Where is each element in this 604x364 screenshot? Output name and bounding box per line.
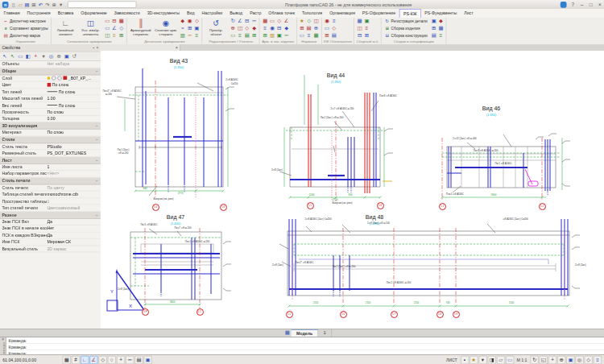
tool-icon[interactable]: ▣ — [193, 26, 200, 32]
ribbon-tab-ps-фундаменты[interactable]: PS-Фундаменты — [421, 9, 461, 18]
tool-icon[interactable]: ∠ — [237, 19, 243, 25]
property-value[interactable]: PStudio — [47, 144, 100, 149]
quickprops-icon[interactable]: ▤ — [134, 356, 143, 364]
tool-icon[interactable]: ⊟ — [357, 32, 363, 39]
tool-icon[interactable]: ▤ — [244, 32, 250, 39]
properties-section-header[interactable]: Стиль печати− — [0, 177, 101, 184]
property-value[interactable]: Нет набора — [47, 62, 100, 67]
command-panel-handle[interactable]: × Команда — [0, 337, 6, 355]
tool-icon[interactable]: ▦ — [357, 19, 363, 25]
collapse-icon[interactable]: − — [96, 123, 98, 128]
osnap-icon[interactable]: ◇ — [98, 356, 106, 364]
property-value[interactable]: Нет — [47, 226, 100, 231]
sheet-mode-button[interactable]: ЛИСТ — [446, 358, 457, 362]
collapse-icon[interactable]: − — [96, 178, 98, 183]
lineweight-icon[interactable]: ═ — [126, 356, 134, 364]
ribbon-big-button[interactable]: ◉Сечение арм. стержня — [155, 19, 178, 39]
ribbon-tab-организация[interactable]: Организация — [326, 9, 359, 18]
tool-icon[interactable]: ▥ — [180, 32, 186, 39]
property-value[interactable]: PS_DOT_EXTLINES — [47, 151, 100, 155]
ribbon-tab-вывод[interactable]: Вывод — [226, 9, 246, 18]
tool-icon[interactable]: ⊞ — [262, 32, 268, 39]
ortho-icon[interactable]: ∟ — [81, 356, 89, 364]
ribbon-tab-3d-инструменты[interactable]: 3D-инструменты — [143, 9, 183, 18]
tool-icon[interactable]: ⊟ — [111, 19, 118, 25]
collapse-icon[interactable]: − — [96, 158, 98, 163]
tool-icon[interactable]: ≡ — [363, 26, 370, 32]
properties-section-header[interactable]: Общие− — [0, 68, 101, 75]
tool-icon[interactable]: ⊕ — [230, 26, 236, 32]
tool-icon[interactable]: ▤ — [331, 32, 337, 39]
ribbon-tab-построения[interactable]: Построения — [23, 9, 54, 18]
property-value[interactable]: 1 — [47, 199, 100, 204]
tool-icon[interactable]: ≡ — [306, 32, 312, 39]
otrack-icon[interactable]: ○ — [108, 356, 116, 364]
lock-icon[interactable]: ▪ — [461, 356, 469, 364]
ribbon-big-button[interactable]: ║Арматурный стержень — [129, 19, 152, 39]
ribbon-tab-оформление[interactable]: Оформление — [77, 9, 111, 18]
plot-icon[interactable]: ⊞ — [31, 1, 37, 9]
fullscreen-icon[interactable]: ▣ — [566, 356, 574, 364]
dropdown-icon[interactable]: ▾ — [478, 356, 486, 364]
tool-icon[interactable]: ▭ — [230, 32, 236, 39]
select-icon[interactable]: ↖ — [2, 52, 9, 60]
quick-select-icon[interactable]: ◧ — [24, 52, 31, 60]
tool-icon[interactable]: ◇ — [331, 26, 337, 32]
tool-icon[interactable]: ↻ — [230, 19, 236, 25]
tool-icon[interactable]: ◆ — [251, 26, 258, 32]
ribbon-button[interactable]: ↻Регистрация детали — [383, 19, 428, 25]
collapse-icon[interactable]: − — [96, 137, 98, 142]
ribbon-big-button[interactable]: ↺Преобр. объект — [205, 19, 228, 39]
tool-icon[interactable]: ≡ — [193, 32, 200, 39]
select-add-icon[interactable]: ↖ — [9, 52, 16, 60]
property-value[interactable]: По слою — [47, 82, 100, 87]
drawing-canvas[interactable]: × — [101, 44, 604, 329]
tool-icon[interactable]: ≡ — [437, 32, 444, 39]
search-input[interactable] — [68, 1, 136, 7]
link-icon[interactable]: ⊕ — [51, 1, 57, 9]
tool-icon[interactable]: ≡ — [262, 26, 268, 32]
tool-icon[interactable]: ∠ — [111, 26, 118, 32]
tool-icon[interactable]: ◉ — [269, 26, 275, 32]
property-value[interactable]: По слою — [47, 110, 100, 114]
property-value[interactable]: Мировая СК — [47, 240, 100, 245]
ribbon-tab-растр[interactable]: Растр — [246, 9, 265, 18]
layer-on-icon[interactable] — [47, 77, 50, 80]
tool-icon[interactable]: ⊞ — [187, 26, 193, 32]
menu-icon[interactable]: ≡ — [594, 356, 602, 364]
calc-icon[interactable]: + — [32, 52, 39, 60]
zoom-in-icon[interactable]: ⊕ — [557, 356, 565, 364]
annot-scale-icon[interactable]: ◨ — [487, 356, 495, 364]
annotation-scale-button[interactable]: М 1:1 — [516, 358, 527, 362]
tool-icon[interactable]: ▦ — [312, 32, 319, 39]
open-icon[interactable]: ▱ — [17, 1, 23, 9]
tool-icon[interactable]: ▭ — [104, 19, 110, 25]
close-button[interactable]: × — [595, 0, 604, 8]
grid-icon[interactable]: ▦ — [63, 356, 71, 364]
tool-icon[interactable]: ★ — [299, 19, 305, 25]
ribbon-button[interactable]: ▤Диспетчер марок — [2, 32, 49, 39]
tool-icon[interactable]: ▣ — [276, 32, 283, 39]
ribbon-tab-вид[interactable]: Вид — [183, 9, 198, 18]
tool-icon[interactable]: ⊟ — [276, 26, 283, 32]
rect-select-icon[interactable]: ▭ — [17, 52, 24, 60]
pin-icon[interactable]: ▪ — [93, 46, 94, 50]
panel-mode-icon[interactable]: ▣ — [63, 52, 70, 60]
tool-icon[interactable]: ═ — [283, 32, 290, 39]
ribbon-tab-вставка[interactable]: Вставка — [54, 9, 77, 18]
properties-section-header[interactable]: 3D визуализация− — [0, 122, 101, 130]
pick-point-icon[interactable]: ◎ — [48, 52, 55, 60]
tool-icon[interactable]: ⊞ — [118, 32, 125, 39]
ribbon-big-button[interactable]: ◫Усл. изобр. элемента — [79, 19, 102, 39]
properties-section-header[interactable]: Стили− — [0, 136, 101, 143]
zoom-window-icon[interactable]: ◱ — [540, 356, 548, 364]
minimize-button[interactable]: – — [577, 0, 586, 8]
tool-icon[interactable]: ◉ — [187, 19, 193, 25]
redo-icon[interactable]: ↷ — [44, 1, 51, 9]
tool-icon[interactable]: ⊞ — [363, 32, 370, 39]
property-value[interactable]: Цветозависимый — [47, 205, 100, 210]
ribbon-big-button[interactable]: ∟Линейный элемент — [54, 19, 77, 39]
snap-icon[interactable]: # — [72, 356, 80, 364]
collapse-icon[interactable]: − — [96, 68, 98, 73]
regen-icon[interactable]: ↻ — [530, 356, 538, 364]
